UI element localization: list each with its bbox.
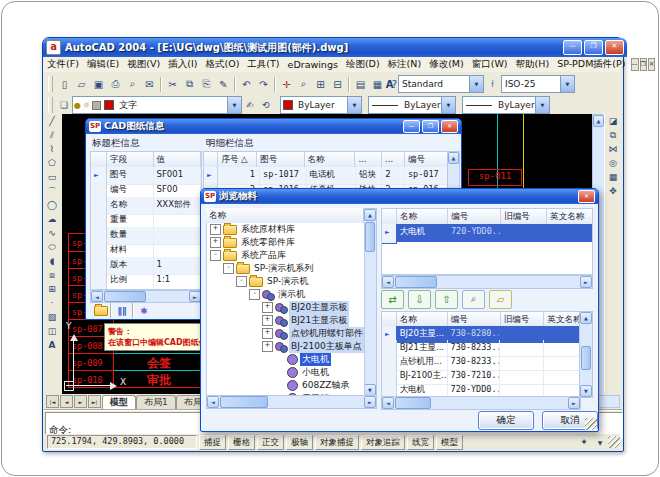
tree-item[interactable]: 小电机 [207, 366, 365, 379]
scroll-thumb[interactable] [104, 291, 146, 302]
toggle-lwt[interactable]: 线宽 [407, 435, 434, 450]
scroll-up-icon[interactable]: ▲ [448, 152, 459, 164]
titleblock-hscrollbar[interactable]: ◄ ► [90, 290, 202, 303]
toolbar-grip[interactable] [48, 97, 53, 113]
text-style-combo[interactable]: Standard ▼ [398, 75, 484, 93]
table-row[interactable]: 重量 [91, 212, 201, 227]
expander-icon[interactable]: + [210, 237, 221, 248]
move-up-button[interactable]: ⇧ [435, 290, 458, 309]
chevron-down-icon[interactable]: ▼ [469, 76, 483, 92]
copy-object-icon[interactable]: ⧉ [605, 128, 621, 142]
menu-insert[interactable]: 插入(I) [164, 57, 201, 72]
scroll-up-icon[interactable]: ▲ [593, 115, 604, 127]
menu-dimension[interactable]: 标注(N) [384, 57, 426, 72]
dialog-close-button[interactable]: ✕ [441, 120, 458, 133]
table-row[interactable]: 点钞机用... 730-8233... [382, 354, 580, 368]
tree-item[interactable]: + 系统原材料库 [207, 223, 365, 236]
tree-item[interactable]: - SP-演示机系列 [207, 262, 365, 275]
lineweight-combo[interactable]: ByLayer ▼ [462, 96, 550, 114]
menu-format[interactable]: 格式(O) [201, 57, 243, 72]
scroll-left-icon[interactable]: ◄ [382, 397, 394, 409]
expander-icon[interactable]: - [236, 276, 247, 287]
paste-button[interactable]: ⎘ [198, 76, 215, 92]
menu-modify[interactable]: 修改(M) [425, 57, 468, 72]
table-row[interactable]: BJ-2100主... 730-7210... [382, 368, 580, 382]
table-row[interactable]: 材料 [91, 242, 201, 257]
insert-block-icon[interactable]: ⧈ [44, 268, 60, 282]
region-icon[interactable]: ◫ [44, 324, 60, 338]
tree-item[interactable]: + BJ20主显示板 [207, 301, 365, 314]
undo-button[interactable]: ↶ [238, 76, 255, 92]
tree-hscrollbar[interactable]: ◄ ► [206, 395, 377, 409]
scroll-left-icon[interactable]: ◄ [207, 396, 219, 408]
scroll-left-icon[interactable]: ◄ [91, 291, 103, 302]
line-icon[interactable]: ╱ [44, 114, 60, 128]
table-row[interactable]: 版本 1 [91, 257, 201, 272]
publish-button[interactable]: ✉ [141, 76, 158, 92]
scroll-thumb[interactable] [395, 397, 431, 409]
zoom-window-button[interactable]: ⊞ [312, 76, 329, 92]
chevron-down-icon[interactable]: ▼ [560, 76, 574, 92]
scroll-right-icon[interactable]: ► [580, 276, 592, 288]
layer-previous-icon[interactable]: ⟲ [258, 98, 274, 112]
dialog-resize-grip[interactable] [585, 418, 597, 430]
color-combo[interactable]: ByLayer ▼ [280, 96, 362, 114]
mdi-close-button[interactable]: ✕ [648, 58, 655, 71]
communication-center-icon[interactable]: ✦ [576, 435, 592, 449]
pan-button[interactable]: ✛ [278, 76, 295, 92]
chevron-down-icon[interactable]: ▼ [227, 97, 241, 113]
list-vscrollbar[interactable]: ▲ ▼ [579, 311, 593, 398]
expander-icon[interactable]: + [262, 315, 273, 326]
tree-item[interactable]: + BJ21主显示板 [207, 314, 365, 327]
tab-model[interactable]: 模型 [102, 395, 136, 409]
toggle-grid[interactable]: 栅格 [228, 435, 255, 450]
search-button[interactable]: ⌕ [462, 290, 485, 309]
scroll-up-icon[interactable]: ▲ [364, 209, 376, 221]
dialog-maximize-button[interactable]: ❐ [422, 120, 439, 133]
scroll-thumb[interactable] [581, 346, 591, 370]
layer-manager-icon[interactable]: ❏ [56, 98, 72, 112]
expander-icon[interactable]: + [262, 328, 273, 339]
mirror-icon[interactable]: ⋈ [605, 142, 621, 156]
plot-button[interactable]: ⎙ [107, 76, 124, 92]
expander-icon[interactable]: + [262, 302, 273, 313]
move-down-button[interactable]: ⇩ [408, 290, 431, 309]
polyline-icon[interactable]: ⌇ [44, 142, 60, 156]
expander-icon[interactable]: - [210, 250, 221, 261]
export-folder-icon[interactable] [94, 306, 108, 316]
tree-item[interactable]: 608ZZ轴承 [207, 379, 365, 392]
new-button[interactable]: ▯ [56, 76, 73, 92]
list-hscrollbar[interactable]: ◄ ► [381, 396, 581, 410]
table-row[interactable]: BJ21主显... 730-8233... [382, 340, 580, 354]
dialog-minimize-button[interactable]: — [403, 120, 420, 133]
table-row[interactable]: ► 图号 SF001 [91, 167, 201, 182]
tree-vscrollbar[interactable]: ▲ ▼ [363, 208, 377, 397]
tree-item[interactable]: - 演示机 [207, 288, 365, 301]
menu-window[interactable]: 窗口(W) [468, 57, 512, 72]
menu-tools[interactable]: 工具(T) [243, 57, 283, 72]
table-row[interactable]: 数量 [91, 227, 201, 242]
table-row[interactable]: ► 1 sp-1017 电话机 铝块 2 sp-017 [204, 167, 448, 182]
expander-icon[interactable]: + [210, 224, 221, 235]
table-row[interactable]: 编号 SF00 [91, 182, 201, 197]
mdi-restore-button[interactable]: ❐ [640, 58, 647, 71]
toggle-ortho[interactable]: 正交 [257, 435, 284, 450]
move-icon[interactable]: ✥ [605, 184, 621, 198]
maximize-button[interactable]: ❐ [584, 40, 603, 55]
menu-edit[interactable]: 编辑(E) [83, 57, 123, 72]
window-resize-grip[interactable] [608, 436, 620, 448]
chevron-down-icon[interactable]: ▼ [347, 97, 361, 113]
zoom-realtime-button[interactable]: ⌕ [295, 76, 312, 92]
table-row[interactable]: 比例 1:1 [91, 272, 201, 287]
toggle-snap[interactable]: 捕捉 [199, 435, 226, 450]
menu-sp-pdm[interactable]: SP-PDM插件(P) [553, 57, 629, 72]
next-tab-button[interactable]: ► [74, 395, 87, 408]
mdi-minimize-button[interactable]: — [631, 58, 639, 71]
make-block-icon[interactable]: ⊞ [44, 282, 60, 296]
refresh-icon[interactable]: ✱ [136, 304, 152, 318]
transfer-button[interactable]: ⇄ [381, 290, 404, 309]
scroll-right-icon[interactable]: ► [364, 396, 376, 408]
array-icon[interactable]: ▦ [605, 170, 621, 184]
toggle-model[interactable]: 模型 [436, 435, 463, 450]
multiline-text-icon[interactable]: A [44, 338, 60, 352]
